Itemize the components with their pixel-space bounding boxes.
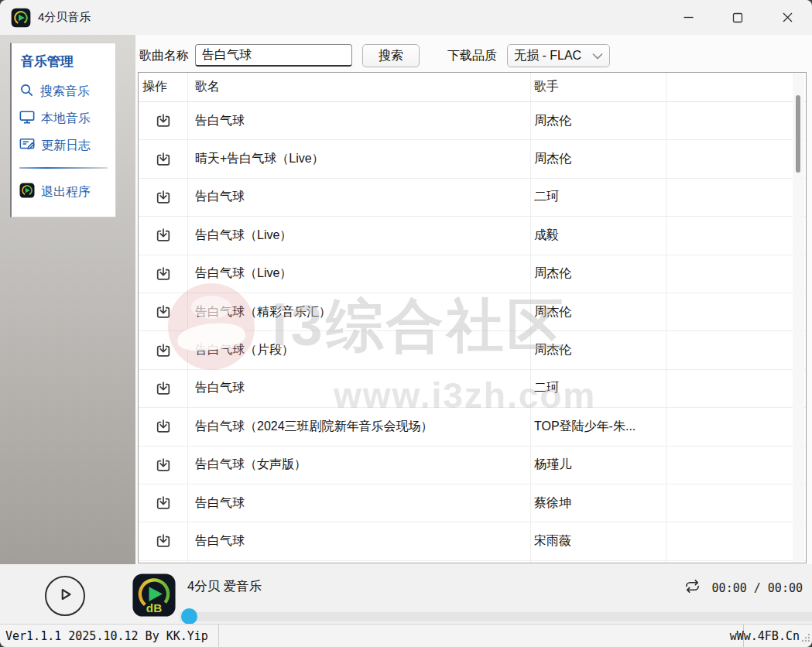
download-button[interactable] xyxy=(139,342,187,359)
table-scrollbar[interactable] xyxy=(793,74,804,562)
minimize-button[interactable] xyxy=(663,0,713,35)
quality-select[interactable]: 无损 - FLAC xyxy=(507,44,610,67)
search-button[interactable]: 搜索 xyxy=(362,44,420,67)
resize-grip[interactable] xyxy=(800,632,810,645)
table-row: 告白气球二珂 xyxy=(139,370,806,408)
table-row: 告白气球（精彩音乐汇）周杰伦 xyxy=(139,293,806,331)
table-row: 晴天+告白气球（Live）周杰伦 xyxy=(139,140,806,178)
artist-name: 成毅 xyxy=(534,228,664,244)
song-name: 晴天+告白气球（Live） xyxy=(195,151,524,167)
table-row: 告白气球二珂 xyxy=(139,179,806,217)
artist-name: 周杰伦 xyxy=(534,151,664,167)
sidebar-item-label: 退出程序 xyxy=(41,184,91,200)
artist-name: 二珂 xyxy=(534,380,664,396)
table-header: 操作 歌名 歌手 xyxy=(139,73,806,102)
sidebar-item-changelog[interactable]: 更新日志 xyxy=(12,132,115,159)
sidebar-item-label: 更新日志 xyxy=(41,138,91,154)
download-button[interactable] xyxy=(139,303,187,320)
song-name: 告白气球 xyxy=(195,380,524,396)
song-name-label: 歌曲名称 xyxy=(139,48,189,64)
download-button[interactable] xyxy=(139,265,187,282)
song-name: 告白气球 xyxy=(195,189,524,205)
column-header-artist: 歌手 xyxy=(534,79,559,95)
album-art-icon: dB xyxy=(132,573,176,618)
download-button[interactable] xyxy=(139,151,187,168)
artist-name: 周杰伦 xyxy=(534,342,664,358)
progress-thumb[interactable] xyxy=(181,608,197,625)
time-display: 00:00 / 00:00 xyxy=(712,581,803,595)
titlebar: 4分贝音乐 xyxy=(0,0,812,35)
sidebar: 音乐管理 搜索音乐 本地音乐 xyxy=(10,43,116,217)
sidebar-item-local-music[interactable]: 本地音乐 xyxy=(12,105,115,132)
play-button[interactable] xyxy=(45,576,85,616)
scrollbar-thumb[interactable] xyxy=(796,95,800,173)
sidebar-header: 音乐管理 xyxy=(12,51,115,78)
version-text: Ver1.1.1 2025.10.12 By KK.Yip xyxy=(0,625,219,647)
song-name: 告白气球 xyxy=(195,113,524,129)
sidebar-item-exit[interactable]: 退出程序 xyxy=(12,178,115,206)
now-playing-title: 4分贝 爱音乐 xyxy=(187,578,262,595)
quality-value: 无损 - FLAC xyxy=(514,48,581,64)
table-row: 告白气球（片段）周杰伦 xyxy=(139,331,806,369)
download-button[interactable] xyxy=(139,532,187,549)
download-button[interactable] xyxy=(139,189,187,206)
download-button[interactable] xyxy=(139,380,187,397)
artist-name: 周杰伦 xyxy=(534,304,664,320)
table-row: 告白气球宋雨薇 xyxy=(139,522,806,560)
exit-app-icon xyxy=(19,183,35,201)
changelog-icon xyxy=(19,137,35,155)
sidebar-item-search-music[interactable]: 搜索音乐 xyxy=(12,78,115,105)
status-bar: Ver1.1.1 2025.10.12 By KK.Yip wWw.4FB.Cn xyxy=(0,624,812,647)
search-icon xyxy=(19,83,34,101)
song-name: 告白气球（Live） xyxy=(195,228,524,244)
artist-name: TOP登陆少年-朱... xyxy=(534,419,664,435)
download-button[interactable] xyxy=(139,112,187,129)
artist-name: 二珂 xyxy=(534,189,664,205)
monitor-icon xyxy=(19,110,35,128)
download-button[interactable] xyxy=(139,418,187,435)
table-row: 告白气球（2024三班剧院新年音乐会现场）TOP登陆少年-朱... xyxy=(139,408,806,446)
song-name: 告白气球 xyxy=(195,495,524,512)
table-row: 告白气球周杰伦 xyxy=(139,102,806,140)
sidebar-item-label: 本地音乐 xyxy=(41,111,91,127)
results-table: 操作 歌名 歌手 告白气球周杰伦晴天+告白气球（Live）周杰伦告白气球二珂告白… xyxy=(138,72,807,563)
download-button[interactable] xyxy=(139,495,187,512)
table-row: 告白气球蔡徐坤 xyxy=(139,484,806,522)
column-header-operation: 操作 xyxy=(142,79,167,95)
results-table-body: 告白气球周杰伦晴天+告白气球（Live）周杰伦告白气球二珂告白气球（Live）成… xyxy=(139,102,806,561)
artist-name: 蔡徐坤 xyxy=(534,495,664,512)
song-name: 告白气球（2024三班剧院新年音乐会现场） xyxy=(195,419,524,435)
repeat-icon[interactable] xyxy=(684,577,701,598)
play-icon xyxy=(55,584,75,608)
sidebar-item-label: 搜索音乐 xyxy=(40,84,90,100)
chevron-down-icon xyxy=(592,49,603,63)
maximize-button[interactable] xyxy=(713,0,762,35)
quality-label: 下载品质 xyxy=(447,48,497,64)
song-name: 告白气球（片段） xyxy=(195,342,524,358)
song-name-input[interactable] xyxy=(195,44,352,67)
svg-text:dB: dB xyxy=(146,601,162,614)
song-name: 告白气球（Live） xyxy=(195,265,524,282)
player-bar: dB 4分贝 爱音乐 00:00 / 00:00 xyxy=(0,564,812,624)
sidebar-region: 音乐管理 搜索音乐 本地音乐 xyxy=(0,35,135,564)
table-row: 告白气球（Live）周杰伦 xyxy=(139,255,806,293)
app-icon xyxy=(11,8,31,28)
table-row: 告白气球（女声版）杨瑾儿 xyxy=(139,447,806,484)
artist-name: 周杰伦 xyxy=(534,265,664,282)
download-button[interactable] xyxy=(139,227,187,244)
progress-bar[interactable] xyxy=(180,612,812,621)
artist-name: 杨瑾儿 xyxy=(534,457,664,473)
close-button[interactable] xyxy=(762,0,812,35)
column-header-song: 歌名 xyxy=(195,79,220,95)
table-row: 告白气球（Live）成毅 xyxy=(139,217,806,255)
sidebar-divider xyxy=(19,167,108,169)
artist-name: 宋雨薇 xyxy=(534,533,664,549)
song-name: 告白气球（精彩音乐汇） xyxy=(195,304,524,320)
song-name: 告白气球（女声版） xyxy=(195,457,524,473)
song-name: 告白气球 xyxy=(195,533,524,549)
window-title: 4分贝音乐 xyxy=(38,10,91,25)
download-button[interactable] xyxy=(139,457,187,474)
app-window: 4分贝音乐 音乐管理 搜索音乐 xyxy=(0,0,812,647)
artist-name: 周杰伦 xyxy=(534,113,664,129)
